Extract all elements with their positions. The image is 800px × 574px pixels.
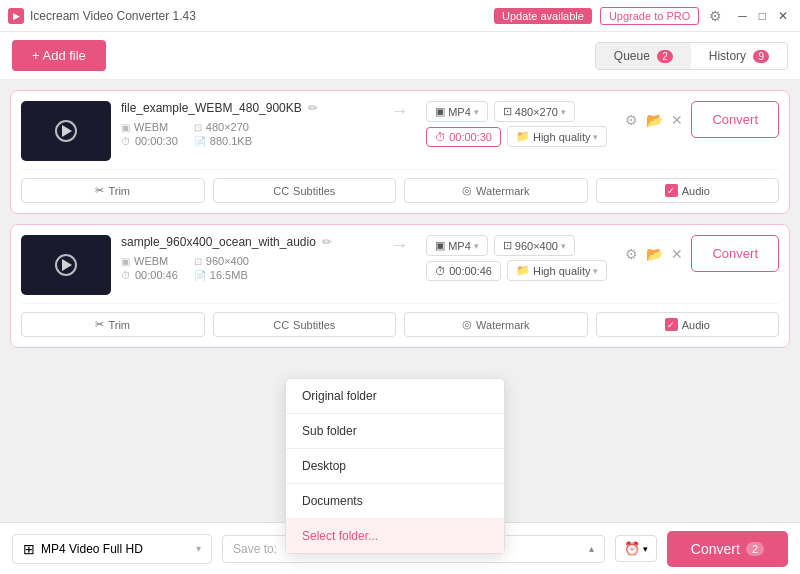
dst-duration-btn[interactable]: ⏱ 00:00:46 [426, 261, 501, 281]
format-icon: ▣ [121, 256, 130, 267]
video-filename: sample_960x400_ocean_with_audio [121, 235, 316, 249]
alarm-chevron: ▾ [643, 544, 648, 554]
src-size: 📄 16.5MB [194, 269, 249, 281]
card-top: file_example_WEBM_480_900KB ✏ ▣ WEBM ⏱ 0… [21, 101, 779, 161]
dst-quality-btn[interactable]: 📁 High quality ▾ [507, 260, 607, 281]
save-to-label: Save to: [233, 542, 277, 556]
update-badge: Update available [494, 8, 592, 24]
arrow-area: → [382, 235, 416, 256]
history-badge: 9 [753, 50, 769, 63]
video-thumbnail [21, 101, 111, 161]
dst-duration-btn[interactable]: ⏱ 00:00:30 [426, 127, 501, 147]
convert-main-button[interactable]: Convert 2 [667, 531, 788, 567]
dropdown-sub-folder[interactable]: Sub folder [286, 414, 504, 448]
format-resolution-row: ▣ MP4 ▾ ⊡ 480×270 ▾ [426, 101, 607, 122]
video-thumbnail [21, 235, 111, 295]
video-filename: file_example_WEBM_480_900KB [121, 101, 302, 115]
audio-button[interactable]: ✓ Audio [596, 312, 780, 337]
history-tab[interactable]: History 9 [691, 43, 787, 69]
trim-button[interactable]: ✂ Trim [21, 312, 205, 337]
card-bottom: ✂ Trim CC Subtitles ◎ Watermark ✓ Audio [21, 303, 779, 337]
trim-icon: ✂ [95, 184, 104, 197]
maximize-button[interactable]: □ [755, 9, 770, 23]
queue-badge: 2 [657, 50, 673, 63]
watermark-button[interactable]: ◎ Watermark [404, 312, 588, 337]
audio-checkbox: ✓ [665, 184, 678, 197]
res-icon: ⊡ [194, 122, 202, 133]
upgrade-button[interactable]: Upgrade to PRO [600, 7, 699, 25]
output-settings: ▣ MP4 ▾ ⊡ 480×270 ▾ ⏱ 00:00:30 [426, 101, 607, 147]
chevron-icon: ▾ [474, 107, 479, 117]
file-icon: 📄 [194, 270, 206, 281]
save-location-dropdown: Original folder Sub folder Desktop Docum… [285, 378, 505, 554]
app-title: Icecream Video Converter 1.43 [30, 9, 196, 23]
card-close-btn[interactable]: ✕ [671, 246, 683, 262]
dropdown-select-folder[interactable]: Select folder... [286, 519, 504, 553]
toolbar: + Add file Queue 2 History 9 [0, 32, 800, 80]
src-resolution: ⊡ 960×400 [194, 255, 249, 267]
title-bar-left: ▶ Icecream Video Converter 1.43 [8, 8, 196, 24]
src-meta2: ⊡ 960×400 📄 16.5MB [194, 255, 249, 281]
card-title-row: sample_960x400_ocean_with_audio ✏ [121, 235, 372, 249]
format-icon: ▣ [121, 122, 130, 133]
settings-button[interactable]: ⚙ [709, 8, 722, 24]
card-top: sample_960x400_ocean_with_audio ✏ ▣ WEBM… [21, 235, 779, 295]
audio-checkbox: ✓ [665, 318, 678, 331]
trim-button[interactable]: ✂ Trim [21, 178, 205, 203]
quality-icon: 📁 [516, 264, 530, 277]
format-icon: ▣ [435, 105, 445, 118]
card-folder-btn[interactable]: 📂 [646, 246, 663, 262]
chevron-icon: ▾ [561, 241, 566, 251]
chevron-up-icon: ▴ [589, 543, 594, 554]
card-info: file_example_WEBM_480_900KB ✏ ▣ WEBM ⏱ 0… [121, 101, 372, 147]
dst-resolution-btn[interactable]: ⊡ 480×270 ▾ [494, 101, 575, 122]
add-file-button[interactable]: + Add file [12, 40, 106, 71]
src-meta: ▣ WEBM ⏱ 00:00:46 [121, 255, 178, 281]
format-select[interactable]: ⊞ MP4 Video Full HD ▾ [12, 534, 212, 564]
format-icon: ▣ [435, 239, 445, 252]
card-actions: ⚙ 📂 ✕ Convert [625, 101, 779, 138]
dst-quality-btn[interactable]: 📁 High quality ▾ [507, 126, 607, 147]
dropdown-desktop[interactable]: Desktop [286, 449, 504, 483]
queue-history-tabs: Queue 2 History 9 [595, 42, 788, 70]
card-folder-btn[interactable]: 📂 [646, 112, 663, 128]
res-icon: ⊡ [503, 105, 512, 118]
dropdown-original-folder[interactable]: Original folder [286, 379, 504, 413]
alarm-icon: ⏰ [624, 541, 640, 556]
subtitles-icon: CC [273, 319, 289, 331]
alarm-button[interactable]: ⏰ ▾ [615, 535, 657, 562]
close-button[interactable]: ✕ [774, 9, 792, 23]
dst-format-btn[interactable]: ▣ MP4 ▾ [426, 235, 488, 256]
play-icon [62, 259, 72, 271]
play-button[interactable] [55, 120, 77, 142]
dst-resolution-btn[interactable]: ⊡ 960×400 ▾ [494, 235, 575, 256]
dropdown-documents[interactable]: Documents [286, 484, 504, 518]
app-icon: ▶ [8, 8, 24, 24]
minimize-button[interactable]: ─ [734, 9, 751, 23]
title-bar-controls: Update available Upgrade to PRO ⚙ ─ □ ✕ [494, 7, 792, 25]
src-meta: ▣ WEBM ⏱ 00:00:30 [121, 121, 178, 147]
subtitles-button[interactable]: CC Subtitles [213, 178, 397, 203]
trim-icon: ✂ [95, 318, 104, 331]
title-bar: ▶ Icecream Video Converter 1.43 Update a… [0, 0, 800, 32]
card-close-btn[interactable]: ✕ [671, 112, 683, 128]
edit-icon[interactable]: ✏ [322, 235, 332, 249]
src-resolution: ⊡ 480×270 [194, 121, 252, 133]
edit-icon[interactable]: ✏ [308, 101, 318, 115]
card-meta: ▣ WEBM ⏱ 00:00:46 ⊡ 960×400 [121, 255, 372, 281]
src-duration: ⏱ 00:00:46 [121, 269, 178, 281]
watermark-button[interactable]: ◎ Watermark [404, 178, 588, 203]
card-settings-btn[interactable]: ⚙ [625, 112, 638, 128]
card-actions: ⚙ 📂 ✕ Convert [625, 235, 779, 272]
card-settings-btn[interactable]: ⚙ [625, 246, 638, 262]
output-settings: ▣ MP4 ▾ ⊡ 960×400 ▾ ⏱ 00:00:46 [426, 235, 607, 281]
convert-button[interactable]: Convert [691, 101, 779, 138]
dst-format-btn[interactable]: ▣ MP4 ▾ [426, 101, 488, 122]
audio-button[interactable]: ✓ Audio [596, 178, 780, 203]
play-button[interactable] [55, 254, 77, 276]
subtitles-button[interactable]: CC Subtitles [213, 312, 397, 337]
convert-button[interactable]: Convert [691, 235, 779, 272]
chevron-icon: ▾ [593, 266, 598, 276]
queue-tab[interactable]: Queue 2 [596, 43, 691, 69]
video-card: sample_960x400_ocean_with_audio ✏ ▣ WEBM… [10, 224, 790, 348]
